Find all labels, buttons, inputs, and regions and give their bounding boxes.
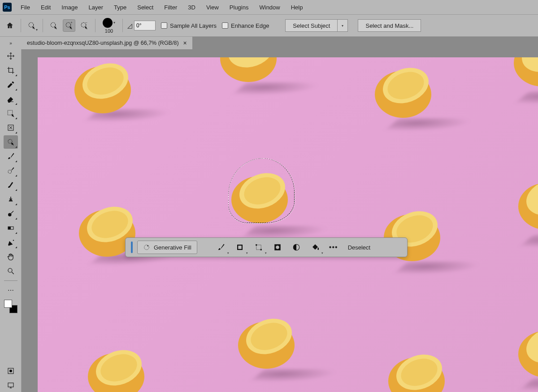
quick-mask-icon[interactable] [4,364,18,378]
select-subject-dropdown[interactable]: ▾ [337,19,348,32]
subtract-from-selection-icon[interactable]: − [78,19,91,32]
svg-point-9 [8,170,12,174]
select-brush-icon[interactable] [213,241,229,254]
options-bar: + − ▾ 100 ◿ Sample All Layers Enhance Ed… [0,14,538,37]
angle-input[interactable] [134,21,156,30]
select-subject-button[interactable]: Select Subject [285,19,337,32]
foreground-color-swatch[interactable] [4,300,12,308]
menu-window[interactable]: Window [255,2,284,13]
menu-3d[interactable]: 3D [183,2,200,13]
svg-point-13 [8,268,12,272]
eraser-tool[interactable] [4,92,18,106]
generative-fill-label: Generative Fill [154,244,191,251]
divider [95,19,95,32]
sample-all-layers-label: Sample All Layers [170,22,217,29]
eyedropper-tool[interactable] [4,78,18,91]
quick-selection-tool[interactable] [4,135,18,149]
svg-rect-16 [8,383,13,387]
svg-rect-54 [260,249,262,250]
invert-selection-icon[interactable] [289,241,304,254]
menu-view[interactable]: View [202,2,223,13]
brush-tool[interactable] [4,150,18,163]
generative-fill-button[interactable]: Generative Fill [137,241,197,254]
close-tab-icon[interactable]: × [183,39,187,47]
enhance-edge-label: Enhance Edge [231,22,269,29]
paint-brush-tool[interactable] [4,178,18,192]
document-tab-bar: estudio-bloom-ezqnxsqUZ80-unsplash.jpg @… [0,37,538,49]
checkbox-icon[interactable] [222,22,228,29]
zoom-tool[interactable] [4,264,18,278]
remove-tool[interactable] [4,121,18,134]
home-button[interactable] [4,19,16,32]
sample-all-layers-checkbox[interactable]: Sample All Layers [161,22,217,29]
checkbox-icon[interactable] [161,22,167,29]
menu-edit[interactable]: Edit [36,2,55,13]
quick-select-new-icon[interactable] [26,19,38,32]
canvas-area[interactable]: Generative Fill ••• Deselect [22,49,538,392]
document-tab-title: estudio-bloom-ezqnxsqUZ80-unsplash.jpg @… [27,40,179,46]
deselect-button[interactable]: Deselect [344,244,374,251]
brush-dot-icon [103,18,113,28]
menu-filter[interactable]: Filter [160,2,182,13]
menu-select[interactable]: Select [133,2,158,13]
divider [122,19,123,32]
edit-toolbar-icon[interactable]: ⋯ [4,284,18,297]
svg-point-10 [8,213,12,217]
modify-selection-icon[interactable] [232,241,247,254]
create-mask-icon[interactable] [270,241,285,254]
color-swatches[interactable] [4,300,17,313]
svg-text:−: − [86,22,87,24]
menu-plugins[interactable]: Plugins [225,2,253,13]
divider [21,19,21,32]
svg-rect-51 [238,246,242,249]
photoshop-logo-icon: Ps [3,3,12,12]
brush-angle[interactable]: ◿ [127,21,156,30]
spot-healing-brush-tool[interactable] [4,164,18,177]
screen-mode-icon[interactable] [4,379,18,392]
svg-point-15 [9,370,12,372]
menu-type[interactable]: Type [109,2,131,13]
crop-tool[interactable] [4,64,18,77]
contextual-task-bar: Generative Fill ••• Deselect [125,237,408,257]
fill-selection-icon[interactable] [308,241,323,254]
divider [43,19,43,32]
dodge-tool[interactable] [4,207,18,220]
menu-image[interactable]: Image [57,2,82,13]
menu-help[interactable]: Help [286,2,308,13]
document-canvas[interactable]: Generative Fill ••• Deselect [38,57,538,392]
gradient-tool[interactable] [4,221,18,235]
menu-file[interactable]: File [16,2,35,13]
expand-panels-icon[interactable]: » [0,37,22,49]
svg-rect-53 [256,244,257,246]
brush-size-label: 100 [105,28,113,34]
taskbar-accent [131,241,133,253]
clone-stamp-tool[interactable] [4,193,18,206]
new-selection-icon[interactable] [48,19,60,32]
hand-tool[interactable] [4,250,18,263]
pen-tool[interactable] [4,236,18,249]
workspace: ⋯ [0,49,538,392]
svg-rect-52 [256,245,261,250]
transform-selection-icon[interactable] [251,241,266,254]
brush-preview[interactable]: ▾ 100 [100,18,118,34]
angle-icon: ◿ [127,22,132,29]
add-to-selection-icon[interactable]: + [63,19,75,32]
move-tool[interactable] [4,49,18,63]
svg-point-56 [276,246,279,249]
toolbar-divider [4,280,17,281]
object-selection-tool[interactable] [4,107,18,120]
menu-layer[interactable]: Layer [84,2,108,13]
select-subject-group: Select Subject ▾ [285,19,348,32]
svg-rect-12 [8,227,11,229]
menu-bar: Ps File Edit Image Layer Type Select Fil… [0,0,538,14]
svg-text:+: + [71,22,73,24]
enhance-edge-checkbox[interactable]: Enhance Edge [222,22,269,29]
tools-panel: ⋯ [0,49,22,392]
document-tab[interactable]: estudio-bloom-ezqnxsqUZ80-unsplash.jpg @… [22,37,192,49]
select-and-mask-button[interactable]: Select and Mask... [358,19,421,32]
more-options-icon[interactable]: ••• [326,243,341,251]
